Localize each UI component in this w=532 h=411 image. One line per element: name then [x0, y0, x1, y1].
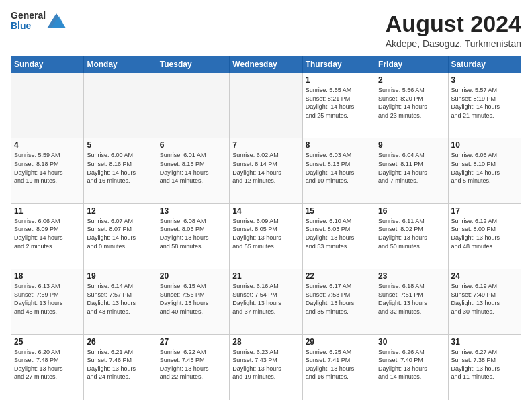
calendar-cell: 29Sunrise: 6:25 AM Sunset: 7:41 PM Dayli… [302, 334, 375, 400]
weekday-tuesday: Tuesday [157, 56, 229, 73]
calendar-cell: 4Sunrise: 5:59 AM Sunset: 8:18 PM Daylig… [11, 138, 84, 203]
day-number: 12 [87, 206, 153, 216]
calendar-cell: 23Sunrise: 6:18 AM Sunset: 7:51 PM Dayli… [375, 269, 448, 334]
calendar-cell: 5Sunrise: 6:00 AM Sunset: 8:16 PM Daylig… [84, 138, 157, 203]
calendar-cell: 18Sunrise: 6:13 AM Sunset: 7:59 PM Dayli… [11, 269, 84, 334]
day-number: 31 [451, 337, 518, 347]
day-info: Sunrise: 5:57 AM Sunset: 8:19 PM Dayligh… [451, 86, 518, 120]
day-number: 29 [306, 337, 372, 347]
day-info: Sunrise: 6:19 AM Sunset: 7:49 PM Dayligh… [451, 282, 518, 316]
day-number: 16 [378, 206, 445, 216]
calendar-week-2: 4Sunrise: 5:59 AM Sunset: 8:18 PM Daylig… [11, 138, 521, 203]
calendar-cell: 3Sunrise: 5:57 AM Sunset: 8:19 PM Daylig… [448, 73, 521, 138]
title-block: August 2024 Akdepe, Dasoguz, Turkmenista… [386, 11, 521, 49]
calendar-table: SundayMondayTuesdayWednesdayThursdayFrid… [11, 56, 521, 400]
day-number: 14 [232, 206, 299, 216]
weekday-monday: Monday [84, 56, 157, 73]
day-info: Sunrise: 6:04 AM Sunset: 8:11 PM Dayligh… [378, 151, 445, 185]
day-info: Sunrise: 6:15 AM Sunset: 7:56 PM Dayligh… [160, 282, 226, 316]
calendar-cell: 22Sunrise: 6:17 AM Sunset: 7:53 PM Dayli… [302, 269, 375, 334]
day-number: 7 [232, 140, 299, 150]
day-info: Sunrise: 6:03 AM Sunset: 8:13 PM Dayligh… [306, 151, 372, 185]
day-info: Sunrise: 6:06 AM Sunset: 8:09 PM Dayligh… [14, 217, 81, 250]
day-number: 17 [451, 206, 518, 216]
day-info: Sunrise: 6:23 AM Sunset: 7:43 PM Dayligh… [232, 348, 299, 381]
day-number: 13 [160, 206, 226, 216]
month-title: August 2024 [386, 11, 521, 37]
page: General Blue August 2024 Akdepe, Dasoguz… [0, 0, 532, 411]
calendar-header: SundayMondayTuesdayWednesdayThursdayFrid… [11, 56, 521, 73]
day-number: 4 [14, 140, 81, 150]
day-number: 10 [451, 140, 518, 150]
calendar-cell [157, 73, 229, 138]
logo-icon [47, 13, 66, 28]
day-number: 6 [160, 140, 226, 150]
day-number: 1 [306, 75, 372, 85]
calendar-cell: 27Sunrise: 6:22 AM Sunset: 7:45 PM Dayli… [157, 334, 229, 400]
calendar-cell: 25Sunrise: 6:20 AM Sunset: 7:48 PM Dayli… [11, 334, 84, 400]
logo-general: General [11, 11, 46, 21]
calendar-week-3: 11Sunrise: 6:06 AM Sunset: 8:09 PM Dayli… [11, 203, 521, 269]
day-number: 22 [306, 271, 372, 281]
day-number: 27 [160, 337, 226, 347]
header: General Blue August 2024 Akdepe, Dasoguz… [11, 11, 521, 49]
day-info: Sunrise: 6:10 AM Sunset: 8:03 PM Dayligh… [306, 217, 372, 250]
day-info: Sunrise: 6:08 AM Sunset: 8:06 PM Dayligh… [160, 217, 226, 250]
day-info: Sunrise: 6:20 AM Sunset: 7:48 PM Dayligh… [14, 348, 81, 381]
calendar-cell: 19Sunrise: 6:14 AM Sunset: 7:57 PM Dayli… [84, 269, 157, 334]
calendar-cell: 28Sunrise: 6:23 AM Sunset: 7:43 PM Dayli… [230, 334, 302, 400]
day-info: Sunrise: 6:14 AM Sunset: 7:57 PM Dayligh… [87, 282, 153, 316]
day-info: Sunrise: 6:05 AM Sunset: 8:10 PM Dayligh… [451, 151, 518, 185]
calendar-cell: 26Sunrise: 6:21 AM Sunset: 7:46 PM Dayli… [84, 334, 157, 400]
day-number: 30 [378, 337, 445, 347]
calendar-cell: 7Sunrise: 6:02 AM Sunset: 8:14 PM Daylig… [230, 138, 302, 203]
calendar-week-5: 25Sunrise: 6:20 AM Sunset: 7:48 PM Dayli… [11, 334, 521, 400]
day-info: Sunrise: 5:59 AM Sunset: 8:18 PM Dayligh… [14, 151, 81, 185]
calendar-cell: 15Sunrise: 6:10 AM Sunset: 8:03 PM Dayli… [302, 203, 375, 269]
day-number: 15 [306, 206, 372, 216]
weekday-thursday: Thursday [302, 56, 375, 73]
day-info: Sunrise: 6:17 AM Sunset: 7:53 PM Dayligh… [306, 282, 372, 316]
calendar-cell: 6Sunrise: 6:01 AM Sunset: 8:15 PM Daylig… [157, 138, 229, 203]
day-info: Sunrise: 6:09 AM Sunset: 8:05 PM Dayligh… [232, 217, 299, 250]
weekday-saturday: Saturday [448, 56, 521, 73]
calendar-cell: 14Sunrise: 6:09 AM Sunset: 8:05 PM Dayli… [230, 203, 302, 269]
day-info: Sunrise: 6:11 AM Sunset: 8:02 PM Dayligh… [378, 217, 445, 250]
day-info: Sunrise: 6:13 AM Sunset: 7:59 PM Dayligh… [14, 282, 81, 316]
day-info: Sunrise: 5:55 AM Sunset: 8:21 PM Dayligh… [306, 86, 372, 120]
calendar-cell: 31Sunrise: 6:27 AM Sunset: 7:38 PM Dayli… [448, 334, 521, 400]
weekday-sunday: Sunday [11, 56, 84, 73]
day-info: Sunrise: 6:07 AM Sunset: 8:07 PM Dayligh… [87, 217, 153, 250]
calendar-cell: 8Sunrise: 6:03 AM Sunset: 8:13 PM Daylig… [302, 138, 375, 203]
calendar-cell: 11Sunrise: 6:06 AM Sunset: 8:09 PM Dayli… [11, 203, 84, 269]
day-info: Sunrise: 6:00 AM Sunset: 8:16 PM Dayligh… [87, 151, 153, 185]
day-number: 2 [378, 75, 445, 85]
weekday-friday: Friday [375, 56, 448, 73]
day-info: Sunrise: 6:18 AM Sunset: 7:51 PM Dayligh… [378, 282, 445, 316]
day-info: Sunrise: 6:27 AM Sunset: 7:38 PM Dayligh… [451, 348, 518, 381]
logo: General Blue [11, 11, 66, 32]
calendar-cell: 1Sunrise: 5:55 AM Sunset: 8:21 PM Daylig… [302, 73, 375, 138]
day-number: 3 [451, 75, 518, 85]
calendar-week-4: 18Sunrise: 6:13 AM Sunset: 7:59 PM Dayli… [11, 269, 521, 334]
calendar-cell: 17Sunrise: 6:12 AM Sunset: 8:00 PM Dayli… [448, 203, 521, 269]
weekday-header-row: SundayMondayTuesdayWednesdayThursdayFrid… [11, 56, 521, 73]
calendar-cell [11, 73, 84, 138]
day-number: 18 [14, 271, 81, 281]
day-info: Sunrise: 6:22 AM Sunset: 7:45 PM Dayligh… [160, 348, 226, 381]
day-info: Sunrise: 6:21 AM Sunset: 7:46 PM Dayligh… [87, 348, 153, 381]
day-number: 26 [87, 337, 153, 347]
day-info: Sunrise: 6:12 AM Sunset: 8:00 PM Dayligh… [451, 217, 518, 250]
day-number: 11 [14, 206, 81, 216]
day-info: Sunrise: 5:56 AM Sunset: 8:20 PM Dayligh… [378, 86, 445, 120]
calendar-body: 1Sunrise: 5:55 AM Sunset: 8:21 PM Daylig… [11, 73, 521, 400]
calendar-cell [230, 73, 302, 138]
day-number: 25 [14, 337, 81, 347]
day-number: 9 [378, 140, 445, 150]
calendar-cell: 21Sunrise: 6:16 AM Sunset: 7:54 PM Dayli… [230, 269, 302, 334]
calendar-cell: 9Sunrise: 6:04 AM Sunset: 8:11 PM Daylig… [375, 138, 448, 203]
day-number: 20 [160, 271, 226, 281]
calendar-cell: 16Sunrise: 6:11 AM Sunset: 8:02 PM Dayli… [375, 203, 448, 269]
calendar-cell: 30Sunrise: 6:26 AM Sunset: 7:40 PM Dayli… [375, 334, 448, 400]
day-number: 24 [451, 271, 518, 281]
